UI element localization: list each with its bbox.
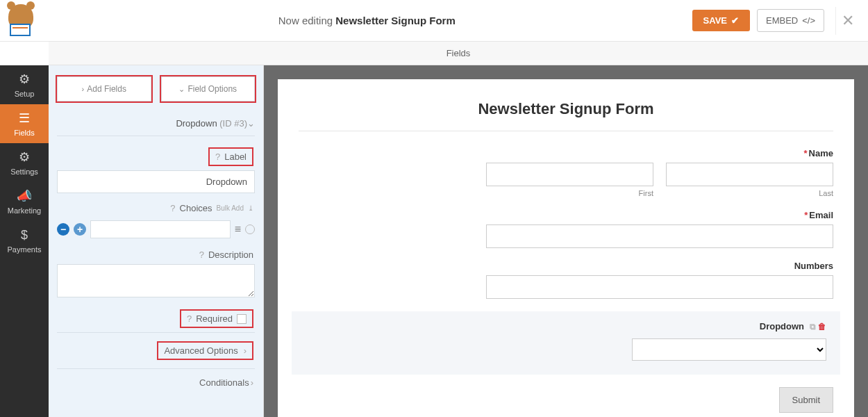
chevron-right-icon: › (251, 377, 253, 388)
close-icon[interactable]: ✕ (835, 7, 860, 35)
submit-button[interactable]: Submit (779, 387, 833, 413)
chevron-right-icon: › (244, 345, 247, 356)
top-bar: Now editing Newsletter Signup Form SAVE✔… (0, 0, 868, 42)
default-choice-radio[interactable] (245, 224, 255, 234)
advanced-options-toggle[interactable]: Advanced Options› (57, 332, 255, 368)
delete-icon[interactable]: 🗑 (818, 322, 826, 332)
chevron-right-icon: › (82, 85, 85, 93)
choices-heading: Choices (180, 203, 212, 213)
email-input[interactable] (486, 224, 833, 248)
field-options-panel: ›Add Fields ⌄Field Options Dropdown (ID … (49, 65, 264, 417)
email-label: Email (809, 210, 833, 220)
upload-icon[interactable]: ⤓ (248, 204, 253, 212)
label-input[interactable] (57, 170, 255, 193)
first-name-input[interactable] (486, 163, 653, 186)
last-sublabel: Last (666, 189, 833, 197)
name-label: Name (809, 148, 833, 158)
description-heading: Description (208, 250, 253, 260)
conditionals-toggle[interactable]: Conditionals› (57, 368, 255, 396)
dropdown-select[interactable] (632, 338, 826, 361)
sliders-icon: ⚙ (19, 149, 30, 165)
megaphone-icon: 📣 (17, 188, 32, 204)
left-nav: ⚙Setup ☰Fields ⚙Settings 📣Marketing $Pay… (0, 65, 49, 417)
duplicate-icon[interactable]: ⧉ (810, 322, 816, 332)
save-button[interactable]: SAVE✔ (692, 10, 750, 31)
required-checkbox[interactable] (237, 314, 247, 324)
dropdown-field-block[interactable]: Dropdown ⧉ 🗑 (292, 311, 840, 375)
numbers-label: Numbers (794, 261, 833, 271)
drag-handle-icon[interactable]: ≡ (235, 223, 241, 236)
check-icon: ✔ (731, 15, 739, 26)
field-heading[interactable]: Dropdown (ID #3)⌄ (57, 113, 255, 136)
bulk-add-link[interactable]: Bulk Add (217, 204, 244, 212)
gear-icon: ⚙ (19, 72, 30, 87)
required-heading: Required (196, 313, 233, 324)
embed-button[interactable]: EMBED</> (757, 9, 824, 32)
description-input[interactable] (57, 264, 255, 297)
remove-choice-button[interactable]: − (57, 223, 69, 236)
editing-title: Now editing Newsletter Signup Form (42, 15, 692, 26)
help-icon[interactable]: ? (187, 313, 192, 324)
last-name-input[interactable] (666, 163, 833, 186)
chevron-down-icon: ⌄ (178, 85, 185, 93)
chevron-down-icon: ⌄ (247, 118, 255, 129)
tab-field-options[interactable]: ⌄Field Options (161, 76, 256, 101)
list-icon: ☰ (19, 111, 30, 126)
help-icon[interactable]: ? (215, 152, 220, 162)
form-name: Newsletter Signup Form (335, 15, 456, 26)
help-icon[interactable]: ? (170, 203, 175, 213)
code-icon: </> (802, 15, 815, 26)
first-sublabel: First (486, 189, 653, 197)
nav-fields[interactable]: ☰Fields (0, 104, 49, 143)
nav-setup[interactable]: ⚙Setup (0, 65, 49, 104)
sub-header: Fields (49, 42, 868, 65)
nav-settings[interactable]: ⚙Settings (0, 143, 49, 182)
numbers-input[interactable] (486, 275, 833, 299)
add-choice-button[interactable]: + (74, 223, 86, 236)
nav-marketing[interactable]: 📣Marketing (0, 182, 49, 221)
dollar-icon: $ (21, 228, 28, 243)
nav-payments[interactable]: $Payments (0, 221, 49, 260)
label-heading: Label (224, 152, 247, 162)
dropdown-label: Dropdown (760, 321, 804, 332)
app-logo (0, 0, 42, 42)
tab-add-fields[interactable]: ›Add Fields (57, 76, 151, 101)
editing-prefix: Now editing (278, 15, 336, 26)
form-title: Newsletter Signup Form (299, 100, 833, 118)
help-icon[interactable]: ? (199, 250, 204, 260)
preview-canvas: Newsletter Signup Form *Name First Last … (264, 65, 868, 417)
choice-input[interactable] (90, 220, 231, 238)
